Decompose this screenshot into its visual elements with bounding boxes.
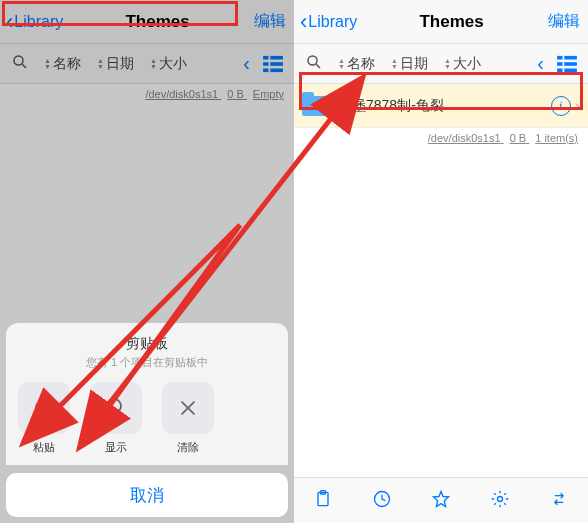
back-label: Library [308, 13, 357, 31]
status-summary: 1 item(s) [535, 132, 578, 144]
sort-arrows-icon: ▲▼ [338, 58, 345, 70]
action-sheet-scrim[interactable]: 剪贴板 您有 1 个项目在剪贴板中 粘贴 显示 清除 取消 [0, 0, 294, 523]
sheet-subtitle: 您有 1 个项目在剪贴板中 [16, 355, 278, 370]
clear-label: 清除 [177, 440, 199, 455]
info-button[interactable]: i [551, 96, 571, 116]
svg-rect-14 [557, 55, 562, 59]
list-view-icon [556, 55, 578, 73]
svg-rect-18 [557, 68, 562, 72]
sort-arrows-icon: ▲▼ [391, 58, 398, 70]
svg-point-23 [497, 496, 502, 501]
sort-toolbar: ▲▼ 名称 ▲▼ 日期 ▲▼ 大小 ‹ [294, 44, 588, 84]
svg-rect-16 [557, 62, 562, 66]
svg-point-8 [107, 399, 121, 413]
star-icon [431, 489, 451, 509]
clock-icon [372, 489, 392, 509]
sort-date-button[interactable]: ▲▼ 日期 [385, 55, 434, 73]
navbar: ‹ Library Themes 编辑 [294, 0, 588, 44]
sort-name-label: 名称 [347, 55, 375, 73]
svg-rect-19 [564, 68, 577, 72]
clear-action[interactable]: 清除 [160, 382, 216, 455]
clipboard-icon [313, 489, 333, 509]
search-button[interactable] [300, 53, 328, 75]
status-path: /dev/disk0s1s1 [428, 132, 501, 144]
folder-icon [302, 96, 328, 116]
sort-size-label: 大小 [453, 55, 481, 73]
bottom-tab-bar [294, 477, 588, 523]
left-pane: ‹ Library Themes 编辑 ▲▼ 名称 ▲▼ 日期 ▲▼ 大小 [0, 0, 294, 523]
x-icon [177, 397, 199, 419]
cancel-label: 取消 [130, 484, 164, 507]
search-icon [305, 53, 323, 71]
gear-icon [490, 489, 510, 509]
sheet-title: 剪贴板 [16, 335, 278, 353]
back-button[interactable]: ‹ Library [300, 9, 357, 35]
settings-tab[interactable] [490, 489, 510, 513]
edit-button[interactable]: 编辑 [546, 11, 582, 32]
sort-date-label: 日期 [400, 55, 428, 73]
svg-point-12 [308, 56, 317, 65]
sort-arrows-icon: ▲▼ [444, 58, 451, 70]
chevron-right-icon: › [575, 97, 580, 115]
chevron-left-icon: ‹ [537, 52, 544, 75]
paste-label: 粘贴 [33, 440, 55, 455]
favorites-tab[interactable] [431, 489, 451, 513]
search-icon [104, 396, 128, 420]
show-label: 显示 [105, 440, 127, 455]
svg-line-13 [316, 64, 320, 68]
transfer-tab[interactable] [549, 489, 569, 513]
clipboard-tab[interactable] [313, 489, 333, 513]
folder-row[interactable]: 汉堡7878制-龟裂 i › [294, 84, 588, 128]
recent-tab[interactable] [372, 489, 392, 513]
right-pane: ‹ Library Themes 编辑 ▲▼ 名称 ▲▼ 日期 ▲▼ 大小 ‹ … [294, 0, 588, 523]
view-mode-button[interactable] [552, 55, 582, 73]
history-back-button[interactable]: ‹ [533, 52, 548, 75]
svg-rect-17 [564, 62, 577, 66]
show-action[interactable]: 显示 [88, 382, 144, 455]
sort-size-button[interactable]: ▲▼ 大小 [438, 55, 487, 73]
folder-name: 汉堡7878制-龟裂 [338, 97, 551, 115]
status-line: /dev/disk0s1s1 0 B 1 item(s) [294, 128, 588, 148]
cancel-button[interactable]: 取消 [6, 473, 288, 517]
sheet-actions: 粘贴 显示 清除 [16, 382, 278, 455]
sort-name-button[interactable]: ▲▼ 名称 [332, 55, 381, 73]
share-arrow-icon [32, 396, 56, 420]
paste-action[interactable]: 粘贴 [16, 382, 72, 455]
chevron-left-icon: ‹ [300, 9, 307, 35]
transfer-icon [549, 489, 569, 509]
page-title: Themes [357, 12, 546, 32]
status-size: 0 B [510, 132, 527, 144]
clipboard-sheet: 剪贴板 您有 1 个项目在剪贴板中 粘贴 显示 清除 [6, 323, 288, 465]
svg-rect-15 [564, 55, 577, 59]
svg-line-9 [119, 411, 125, 417]
